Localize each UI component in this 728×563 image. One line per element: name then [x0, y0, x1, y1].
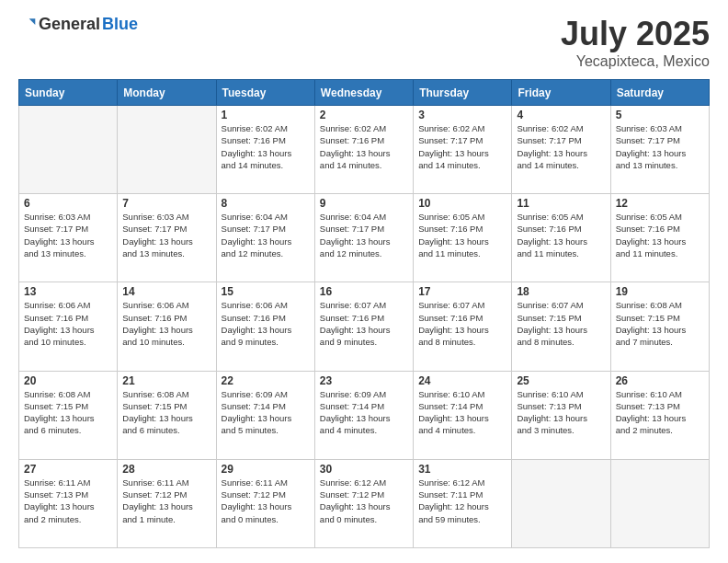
day-number: 11 — [517, 197, 605, 210]
day-cell — [610, 459, 709, 547]
col-saturday: Saturday — [610, 80, 709, 106]
day-number: 3 — [418, 109, 506, 121]
logo-icon — [18, 16, 37, 34]
day-info: Sunrise: 6:05 AM Sunset: 7:16 PM Dayligh… — [517, 211, 605, 259]
day-number: 22 — [222, 374, 310, 387]
week-row-2: 13Sunrise: 6:06 AM Sunset: 7:16 PM Dayli… — [19, 282, 710, 371]
day-cell: 23Sunrise: 6:09 AM Sunset: 7:14 PM Dayli… — [314, 371, 413, 459]
day-info: Sunrise: 6:12 AM Sunset: 7:11 PM Dayligh… — [418, 477, 506, 525]
day-number: 26 — [616, 374, 704, 387]
day-info: Sunrise: 6:04 AM Sunset: 7:17 PM Dayligh… — [222, 211, 310, 259]
day-cell: 17Sunrise: 6:07 AM Sunset: 7:16 PM Dayli… — [414, 282, 512, 371]
day-info: Sunrise: 6:11 AM Sunset: 7:12 PM Dayligh… — [222, 477, 310, 525]
day-cell: 28Sunrise: 6:11 AM Sunset: 7:12 PM Dayli… — [118, 459, 216, 547]
day-info: Sunrise: 6:06 AM Sunset: 7:16 PM Dayligh… — [24, 299, 112, 348]
logo: General Blue — [18, 15, 138, 34]
day-cell: 25Sunrise: 6:10 AM Sunset: 7:13 PM Dayli… — [512, 371, 610, 459]
day-cell: 13Sunrise: 6:06 AM Sunset: 7:16 PM Dayli… — [19, 282, 118, 371]
subtitle: Yecapixteca, Mexico — [561, 53, 710, 70]
day-cell: 20Sunrise: 6:08 AM Sunset: 7:15 PM Dayli… — [19, 371, 118, 459]
day-info: Sunrise: 6:07 AM Sunset: 7:16 PM Dayligh… — [418, 299, 506, 348]
col-sunday: Sunday — [19, 80, 118, 106]
day-cell: 22Sunrise: 6:09 AM Sunset: 7:14 PM Dayli… — [216, 371, 314, 459]
day-cell: 15Sunrise: 6:06 AM Sunset: 7:16 PM Dayli… — [216, 282, 314, 371]
day-number: 27 — [24, 463, 112, 476]
day-info: Sunrise: 6:11 AM Sunset: 7:13 PM Dayligh… — [24, 477, 112, 525]
day-info: Sunrise: 6:05 AM Sunset: 7:16 PM Dayligh… — [418, 211, 506, 259]
day-info: Sunrise: 6:03 AM Sunset: 7:17 PM Dayligh… — [616, 122, 704, 171]
day-number: 8 — [222, 197, 310, 210]
day-cell: 27Sunrise: 6:11 AM Sunset: 7:13 PM Dayli… — [19, 459, 118, 547]
day-cell — [512, 459, 610, 547]
day-info: Sunrise: 6:02 AM Sunset: 7:17 PM Dayligh… — [517, 122, 605, 171]
day-cell: 14Sunrise: 6:06 AM Sunset: 7:16 PM Dayli… — [118, 282, 216, 371]
header: General Blue July 2025 Yecapixteca, Mexi… — [18, 15, 710, 70]
day-cell: 2Sunrise: 6:02 AM Sunset: 7:16 PM Daylig… — [314, 106, 413, 194]
calendar-table: Sunday Monday Tuesday Wednesday Thursday… — [18, 79, 710, 548]
day-number: 1 — [222, 109, 310, 121]
day-number: 21 — [122, 374, 210, 387]
day-cell: 12Sunrise: 6:05 AM Sunset: 7:16 PM Dayli… — [610, 194, 709, 282]
day-cell — [19, 106, 118, 194]
day-number: 4 — [517, 109, 605, 121]
day-cell: 6Sunrise: 6:03 AM Sunset: 7:17 PM Daylig… — [19, 194, 118, 282]
day-info: Sunrise: 6:09 AM Sunset: 7:14 PM Dayligh… — [320, 388, 408, 437]
day-info: Sunrise: 6:07 AM Sunset: 7:15 PM Dayligh… — [517, 299, 605, 348]
day-info: Sunrise: 6:07 AM Sunset: 7:16 PM Dayligh… — [320, 299, 408, 348]
title-block: July 2025 Yecapixteca, Mexico — [561, 15, 710, 70]
day-info: Sunrise: 6:03 AM Sunset: 7:17 PM Dayligh… — [122, 211, 210, 259]
day-info: Sunrise: 6:10 AM Sunset: 7:13 PM Dayligh… — [616, 388, 704, 437]
day-cell: 7Sunrise: 6:03 AM Sunset: 7:17 PM Daylig… — [118, 194, 216, 282]
col-wednesday: Wednesday — [314, 80, 413, 106]
logo-general-text: General — [39, 15, 100, 34]
day-info: Sunrise: 6:06 AM Sunset: 7:16 PM Dayligh… — [222, 299, 310, 348]
day-info: Sunrise: 6:02 AM Sunset: 7:17 PM Dayligh… — [418, 122, 506, 171]
col-friday: Friday — [512, 80, 610, 106]
day-info: Sunrise: 6:02 AM Sunset: 7:16 PM Dayligh… — [320, 122, 408, 171]
day-number: 7 — [122, 197, 210, 210]
day-cell: 29Sunrise: 6:11 AM Sunset: 7:12 PM Dayli… — [216, 459, 314, 547]
day-cell: 5Sunrise: 6:03 AM Sunset: 7:17 PM Daylig… — [610, 106, 709, 194]
day-number: 18 — [517, 285, 605, 298]
week-row-0: 1Sunrise: 6:02 AM Sunset: 7:16 PM Daylig… — [19, 106, 710, 194]
day-info: Sunrise: 6:11 AM Sunset: 7:12 PM Dayligh… — [122, 477, 210, 525]
day-info: Sunrise: 6:10 AM Sunset: 7:14 PM Dayligh… — [418, 388, 506, 437]
day-cell: 4Sunrise: 6:02 AM Sunset: 7:17 PM Daylig… — [512, 106, 610, 194]
day-number: 24 — [418, 374, 506, 387]
day-number: 5 — [616, 109, 704, 121]
day-number: 29 — [222, 463, 310, 476]
day-info: Sunrise: 6:04 AM Sunset: 7:17 PM Dayligh… — [320, 211, 408, 259]
page: General Blue July 2025 Yecapixteca, Mexi… — [0, 0, 728, 563]
day-cell: 11Sunrise: 6:05 AM Sunset: 7:16 PM Dayli… — [512, 194, 610, 282]
day-number: 9 — [320, 197, 408, 210]
col-thursday: Thursday — [414, 80, 512, 106]
day-number: 13 — [24, 285, 112, 298]
day-info: Sunrise: 6:08 AM Sunset: 7:15 PM Dayligh… — [122, 388, 210, 437]
day-cell: 8Sunrise: 6:04 AM Sunset: 7:17 PM Daylig… — [216, 194, 314, 282]
day-cell: 21Sunrise: 6:08 AM Sunset: 7:15 PM Dayli… — [118, 371, 216, 459]
day-info: Sunrise: 6:09 AM Sunset: 7:14 PM Dayligh… — [222, 388, 310, 437]
day-number: 15 — [222, 285, 310, 298]
week-row-4: 27Sunrise: 6:11 AM Sunset: 7:13 PM Dayli… — [19, 459, 710, 547]
day-number: 12 — [616, 197, 704, 210]
day-info: Sunrise: 6:08 AM Sunset: 7:15 PM Dayligh… — [24, 388, 112, 437]
day-cell: 31Sunrise: 6:12 AM Sunset: 7:11 PM Dayli… — [414, 459, 512, 547]
logo-blue-text: Blue — [102, 15, 138, 34]
week-row-3: 20Sunrise: 6:08 AM Sunset: 7:15 PM Dayli… — [19, 371, 710, 459]
day-info: Sunrise: 6:05 AM Sunset: 7:16 PM Dayligh… — [616, 211, 704, 259]
day-cell: 30Sunrise: 6:12 AM Sunset: 7:12 PM Dayli… — [314, 459, 413, 547]
day-number: 10 — [418, 197, 506, 210]
day-cell: 9Sunrise: 6:04 AM Sunset: 7:17 PM Daylig… — [314, 194, 413, 282]
day-info: Sunrise: 6:06 AM Sunset: 7:16 PM Dayligh… — [122, 299, 210, 348]
week-row-1: 6Sunrise: 6:03 AM Sunset: 7:17 PM Daylig… — [19, 194, 710, 282]
day-info: Sunrise: 6:03 AM Sunset: 7:17 PM Dayligh… — [24, 211, 112, 259]
day-number: 23 — [320, 374, 408, 387]
day-cell: 1Sunrise: 6:02 AM Sunset: 7:16 PM Daylig… — [216, 106, 314, 194]
day-number: 14 — [122, 285, 210, 298]
day-cell: 24Sunrise: 6:10 AM Sunset: 7:14 PM Dayli… — [414, 371, 512, 459]
day-cell: 3Sunrise: 6:02 AM Sunset: 7:17 PM Daylig… — [414, 106, 512, 194]
day-number: 6 — [24, 197, 112, 210]
day-number: 2 — [320, 109, 408, 121]
day-info: Sunrise: 6:08 AM Sunset: 7:15 PM Dayligh… — [616, 299, 704, 348]
main-title: July 2025 — [561, 15, 710, 53]
